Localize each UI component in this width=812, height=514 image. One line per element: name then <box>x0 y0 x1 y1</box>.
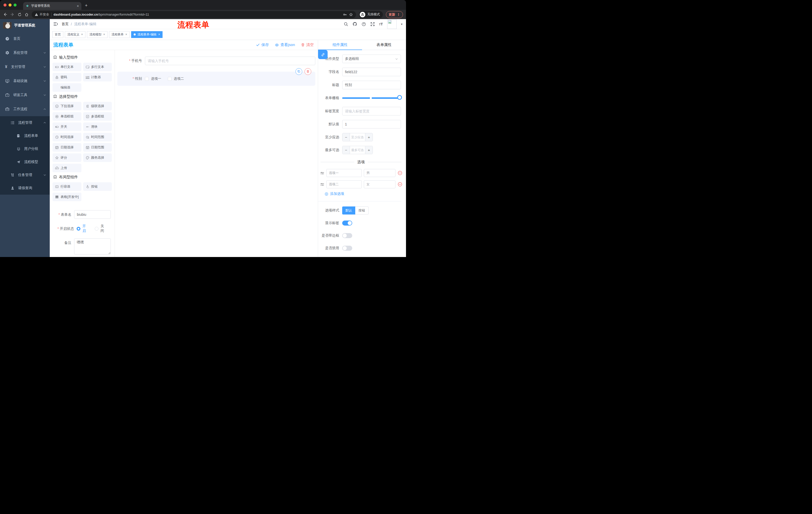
gender-option2-label[interactable]: 选项二 <box>174 77 184 81</box>
slider-track[interactable] <box>342 97 401 99</box>
new-tab-button[interactable]: + <box>81 3 91 10</box>
style-button-button[interactable]: 按钮 <box>355 207 369 215</box>
save-button[interactable]: 保存 <box>256 43 269 47</box>
increment-button[interactable]: + <box>365 133 373 141</box>
field-name-input[interactable] <box>342 67 401 76</box>
min-select-input[interactable] <box>350 133 365 141</box>
palette-item-cascader[interactable]: 级联选择 <box>83 102 112 110</box>
radio-on[interactable] <box>77 227 80 231</box>
component-type-select[interactable]: 多选框组 <box>342 55 401 63</box>
reload-icon[interactable] <box>18 12 22 17</box>
palette-item-time-picker[interactable]: 时间选择 <box>53 133 81 141</box>
grid-slider[interactable] <box>342 94 401 102</box>
font-size-icon[interactable]: TT <box>379 22 383 26</box>
bookmark-star-icon[interactable] <box>349 12 353 17</box>
radio-off-label[interactable]: 关闭 <box>100 224 106 233</box>
maximize-window-button[interactable] <box>13 3 17 6</box>
palette-item-slider[interactable]: 滑块 <box>83 123 112 131</box>
canvas-field-phone[interactable]: 手机号 <box>117 57 315 65</box>
palette-item-radio-group[interactable]: 单选框组 <box>53 112 81 121</box>
default-value-input[interactable] <box>342 120 401 129</box>
palette-item-date-picker[interactable]: 日期选择 <box>53 143 81 152</box>
palette-item-counter[interactable]: 123 计数器 <box>83 73 112 81</box>
data-binding-link-button[interactable] <box>318 50 328 59</box>
sidebar-collapse-icon[interactable] <box>50 22 62 26</box>
max-select-input[interactable] <box>350 146 365 154</box>
palette-item-date-range[interactable]: 日期范围 <box>83 143 112 152</box>
tag-process-form[interactable]: 流程表单× <box>109 31 129 38</box>
disabled-switch[interactable] <box>342 246 352 251</box>
search-icon[interactable] <box>344 22 348 26</box>
fullscreen-icon[interactable] <box>370 22 375 26</box>
form-name-input[interactable] <box>74 210 111 219</box>
option1-label-input[interactable] <box>326 169 362 177</box>
close-window-button[interactable] <box>3 3 6 6</box>
option1-value-input[interactable] <box>364 169 396 177</box>
radio-on-label[interactable]: 开启 <box>82 224 88 233</box>
sidebar-item-process-management[interactable]: 流程管理 <box>0 116 50 129</box>
sidebar-logo[interactable]: 芋道管理系统 <box>0 19 50 32</box>
security-warning-icon[interactable]: 不安全 <box>35 12 49 17</box>
palette-item-button[interactable]: 按钮 <box>83 182 112 191</box>
sidebar-item-workflow[interactable]: 工作流程 <box>0 102 50 116</box>
option2-value-input[interactable] <box>364 180 396 188</box>
close-tab-icon[interactable]: × <box>77 4 79 8</box>
decrement-button[interactable]: − <box>343 146 350 154</box>
help-icon[interactable] <box>361 22 366 26</box>
palette-item-select[interactable]: 下拉选择 <box>53 102 81 110</box>
sidebar-item-process-model[interactable]: 流程模型 <box>0 155 50 168</box>
breadcrumb-home[interactable]: 首页 <box>62 22 68 26</box>
tag-process-model[interactable]: 流程模型× <box>87 31 108 38</box>
form-remark-textarea[interactable]: 嘿嘿 <box>74 238 111 254</box>
copy-component-button[interactable] <box>295 68 302 75</box>
style-default-button[interactable]: 默认 <box>342 207 355 215</box>
delete-component-button[interactable] <box>304 68 311 75</box>
drag-handle-icon[interactable] <box>320 171 324 175</box>
tag-home[interactable]: 首页 <box>52 31 63 38</box>
palette-item-switch[interactable]: 开关 <box>53 123 81 131</box>
github-icon[interactable] <box>352 22 357 26</box>
increment-button[interactable]: + <box>365 146 373 154</box>
palette-item-multi-text[interactable]: 多行文本 <box>83 63 112 71</box>
canvas-field-gender-selected[interactable]: 性别 选项一 选项二 <box>117 72 315 86</box>
avatar-caret-icon[interactable]: ▾ <box>401 22 403 26</box>
sidebar-item-leave-query[interactable]: 请假查询 <box>0 182 50 195</box>
palette-item-row-container[interactable]: 行容器 <box>53 182 81 191</box>
palette-item-editor[interactable]: 编辑器 <box>53 83 81 92</box>
tag-process-definition[interactable]: 流程定义× <box>65 31 85 38</box>
palette-item-time-range[interactable]: 时间范围 <box>83 133 112 141</box>
sidebar-item-task-management[interactable]: 任务管理 <box>0 168 50 182</box>
remove-option-button[interactable] <box>398 170 403 175</box>
gender-option2-checkbox[interactable] <box>168 77 172 81</box>
browser-tab[interactable]: 芋道管理系统 × <box>23 2 81 10</box>
close-tag-icon[interactable]: × <box>103 33 105 36</box>
border-switch[interactable] <box>342 233 352 238</box>
drag-handle-icon[interactable] <box>320 182 324 187</box>
sidebar-item-infrastructure[interactable]: 基础设施 <box>0 74 50 88</box>
add-option-button[interactable]: 添加选项 <box>325 192 406 196</box>
remove-option-button[interactable] <box>398 182 403 187</box>
close-tag-icon[interactable]: × <box>158 33 160 36</box>
slider-handle[interactable] <box>397 95 402 100</box>
sidebar-item-process-form[interactable]: 流程表单 <box>0 129 50 142</box>
tab-component-props[interactable]: 组件属性 <box>318 40 362 50</box>
sidebar-item-system[interactable]: 系统管理 <box>0 46 50 60</box>
tab-form-props[interactable]: 表单属性 <box>362 40 406 50</box>
view-json-button[interactable]: 查看json <box>275 43 295 47</box>
forward-icon[interactable] <box>10 12 14 17</box>
sidebar-item-payment[interactable]: ¥ 支付管理 <box>0 60 50 74</box>
close-tag-icon[interactable]: × <box>125 33 127 36</box>
palette-item-single-text[interactable]: 单行文本 <box>53 63 81 71</box>
palette-item-color-picker[interactable]: 颜色选择 <box>83 154 112 162</box>
palette-item-checkbox-group[interactable]: 多选框组 <box>83 112 112 121</box>
title-input[interactable] <box>342 81 401 89</box>
password-key-icon[interactable] <box>343 12 347 17</box>
tag-process-form-edit[interactable]: 流程表单-编辑× <box>131 31 163 38</box>
sidebar-item-home[interactable]: 首页 <box>0 32 50 46</box>
minimize-window-button[interactable] <box>8 3 11 6</box>
sidebar-item-dev-tools[interactable]: 研发工具 <box>0 88 50 102</box>
show-label-switch[interactable] <box>342 220 352 225</box>
gender-option1-label[interactable]: 选项一 <box>151 77 161 81</box>
decrement-button[interactable]: − <box>343 133 350 141</box>
palette-item-upload[interactable]: 上传 <box>53 164 81 172</box>
